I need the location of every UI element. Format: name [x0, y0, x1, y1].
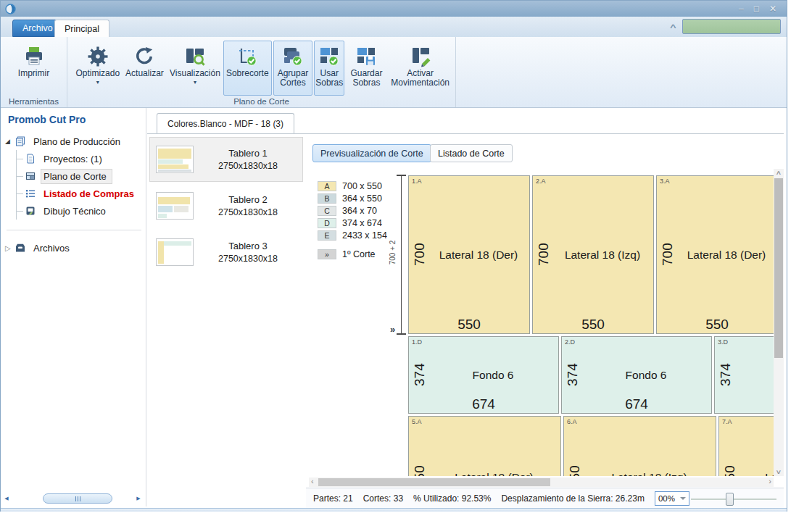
imprimir-button[interactable]: Imprimir: [9, 41, 59, 96]
listado-de-corte-button[interactable]: Listado de Corte: [430, 144, 513, 162]
activar-movimentacion-button[interactable]: Activar Movimentación: [388, 41, 452, 96]
group-cuts-icon: [282, 44, 304, 69]
scroll-up-icon[interactable]: ∧: [771, 170, 787, 176]
legend-row-first-cut: » 1º Corte: [318, 249, 376, 259]
sidebar-horizontal-scrollbar[interactable]: ◀ ▶: [2, 493, 143, 504]
board-thumbnail: [156, 238, 194, 266]
piece-id: 2.A: [536, 178, 546, 185]
legend-size: 700 x 550: [342, 181, 382, 191]
status-bar: Partes: 21 Cortes: 33 % Utilizado: 92.53…: [306, 488, 784, 508]
board-thumbnail: [156, 146, 194, 173]
guardar-sobras-button[interactable]: Guardar Sobras: [346, 41, 386, 96]
tab-principal[interactable]: Principal: [54, 20, 109, 37]
actualizar-button[interactable]: Actualizar: [123, 41, 167, 96]
piece-height-label: 374: [718, 364, 734, 386]
sidebar-item-dibujo-tecnico[interactable]: Dibujo Técnico: [17, 202, 146, 220]
board-item-tablero-1[interactable]: Tablero 1 2750x1830x18: [149, 137, 303, 182]
cut-piece-2A[interactable]: 2.A 700 Lateral 18 (Izq) 550: [532, 175, 654, 334]
cut-piece-1A[interactable]: 1.A 700 Lateral 18 (Der) 550: [408, 175, 530, 334]
legend-chip: A: [318, 181, 336, 191]
board-dimensions: 2750x1830x18: [199, 161, 297, 171]
sidebar-item-plano-de-corte[interactable]: Plano de Corte: [17, 167, 146, 185]
chevron-down-icon: [680, 497, 686, 500]
piece-width-label: 550: [657, 317, 774, 333]
piece-width-label: 550: [533, 317, 653, 333]
piece-height-label: 550: [722, 467, 738, 476]
cut-piece-2D[interactable]: 2.D 374 Fondo 6 674: [561, 336, 712, 414]
cut-piece-5A[interactable]: 5.A 550 Lateral 18 (Der): [408, 416, 561, 476]
visualizacion-button[interactable]: Visualización ▾: [168, 41, 221, 96]
preview-vertical-scrollbar[interactable]: ∧ ∨: [774, 169, 784, 476]
legend-size: 1º Corte: [342, 249, 376, 259]
piece-row: 1.D 374 Fondo 6 674 2.D 374 Fondo 6 674 …: [408, 336, 774, 414]
board-dimensions: 2750x1830x18: [199, 254, 297, 264]
title-bar: – □ ✕: [1, 1, 787, 17]
ribbon-group-plano-de-corte: Optimizado ▾ Actualizar: [67, 37, 456, 107]
usar-sobras-toggle-button[interactable]: Usar Sobras: [314, 41, 344, 96]
legend-row-b: B 364 x 550: [318, 193, 382, 204]
legend-row-a: A 700 x 550: [318, 181, 382, 191]
dropdown-caret-icon: ▾: [194, 80, 196, 86]
expander-closed-icon[interactable]: ▷: [5, 244, 15, 252]
preview-horizontal-scrollbar[interactable]: ‹ ›: [309, 477, 774, 487]
cut-piece-3D[interactable]: 3.D 374 Fondo 6: [714, 336, 774, 414]
minimize-button[interactable]: –: [739, 4, 744, 14]
piece-height-label: 700: [660, 244, 676, 266]
close-button[interactable]: ✕: [769, 4, 776, 14]
board-item-tablero-3[interactable]: Tablero 3 2750x1830x18: [149, 230, 303, 275]
sidebar-item-label: Archivos: [33, 243, 70, 254]
agrupar-cortes-toggle-button[interactable]: Agrupar Cortes: [273, 41, 312, 96]
maximize-button[interactable]: □: [754, 4, 759, 14]
legend-row-c: C 364 x 70: [318, 206, 377, 216]
view-magnifier-icon: [184, 44, 206, 69]
scrollbar-thumb[interactable]: [774, 178, 783, 358]
saw-blade-icon: [87, 44, 109, 69]
zoom-slider[interactable]: [691, 493, 776, 505]
production-plan-icon: [15, 136, 27, 146]
cut-plan-icon: [25, 171, 37, 181]
dimension-label: 700 + 2: [389, 233, 397, 273]
cut-piece-7A[interactable]: 7.A 550 Lateral 18 (Der): [718, 416, 774, 476]
piece-name: Fondo 6: [582, 369, 710, 382]
scroll-right-icon[interactable]: ›: [768, 477, 771, 485]
window-bottom-border: [1, 508, 787, 512]
cut-piece-1D[interactable]: 1.D 374 Fondo 6 674: [408, 336, 559, 414]
sidebar-item-proyectos[interactable]: Proyectos: (1): [17, 150, 146, 167]
piece-name: Fondo 6: [429, 369, 557, 382]
scroll-right-icon[interactable]: ▶: [134, 496, 143, 501]
scrollbar-thumb[interactable]: [43, 493, 112, 504]
cut-piece-3A[interactable]: 3.A 700 Lateral 18 (Der) 550: [656, 175, 774, 334]
cut-plan-canvas[interactable]: 1.A 700 Lateral 18 (Der) 550 2.A 700 Lat…: [408, 175, 774, 476]
piece-height-label: 374: [412, 364, 428, 386]
legend-chip: B: [318, 193, 336, 204]
scroll-down-icon[interactable]: ∨: [771, 469, 787, 475]
piece-id: 6.A: [567, 418, 577, 425]
sobrecorte-toggle-button[interactable]: Sobrecorte: [223, 41, 272, 96]
dropdown-caret-icon: ▾: [96, 80, 99, 86]
slider-track[interactable]: [691, 499, 776, 500]
board-material-tab[interactable]: Colores.Blanco - MDF - 18 (3): [157, 113, 294, 134]
piece-height-label: 374: [565, 364, 581, 386]
scroll-left-icon[interactable]: ‹: [311, 477, 314, 485]
zoom-select[interactable]: 00%: [655, 491, 689, 506]
sidebar-item-listado-de-compras[interactable]: Listado de Compras: [17, 185, 146, 202]
scroll-left-icon[interactable]: ◀: [2, 496, 11, 501]
scrollbar-thumb[interactable]: [318, 478, 550, 486]
piece-row: 5.A 550 Lateral 18 (Der) 6.A 550 Lateral…: [408, 416, 774, 476]
document-icon: [25, 154, 37, 164]
sidebar-item-plano-de-produccion[interactable]: ◢ Plano de Producción: [1, 133, 146, 150]
collapse-ribbon-button[interactable]: ∧: [668, 22, 677, 30]
green-status-box[interactable]: [682, 19, 781, 34]
app-icon: [5, 4, 16, 14]
slider-thumb[interactable]: [726, 493, 734, 506]
legend-size: 374 x 674: [342, 218, 382, 228]
previsualizacion-de-corte-button[interactable]: Previsualización de Corte: [312, 144, 431, 162]
sidebar-item-archivos[interactable]: ▷ Archivos: [1, 239, 146, 256]
optimizado-button[interactable]: Optimizado ▾: [75, 41, 121, 96]
expander-open-icon[interactable]: ◢: [5, 138, 15, 145]
board-item-tablero-2[interactable]: Tablero 2 2750x1830x18: [149, 183, 303, 228]
scrollbar-track[interactable]: [11, 493, 134, 504]
sidebar-item-label: Dibujo Técnico: [44, 206, 106, 217]
cut-piece-6A[interactable]: 6.A 550 Lateral 18 (Izq): [563, 416, 716, 476]
first-cut-chip-icon: »: [318, 249, 336, 259]
